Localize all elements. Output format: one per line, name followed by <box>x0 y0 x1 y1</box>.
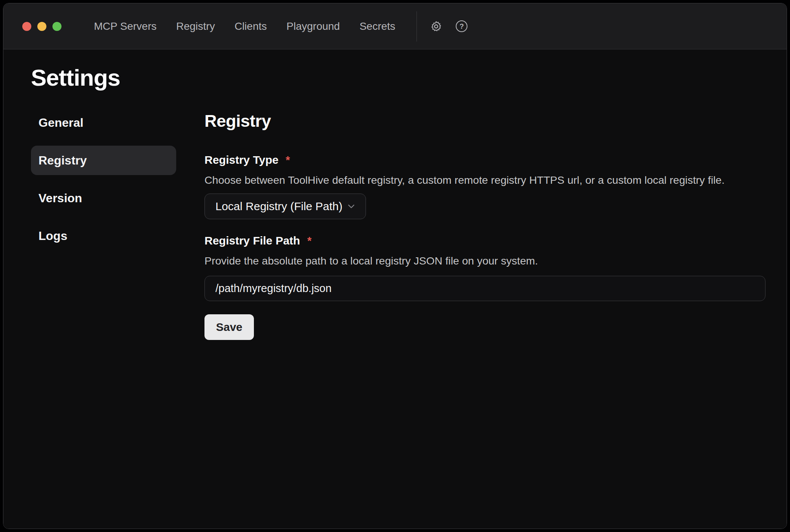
required-asterisk: * <box>286 154 290 166</box>
gear-icon <box>430 20 442 32</box>
nav-item-clients[interactable]: Clients <box>235 20 267 32</box>
sidebar-item-registry[interactable]: Registry <box>31 146 176 175</box>
page-title: Settings <box>31 64 787 91</box>
registry-type-description: Choose between ToolHive default registry… <box>204 174 765 186</box>
registry-settings-panel: Registry Registry Type * Choose between … <box>204 108 765 340</box>
registry-type-select[interactable]: Local Registry (File Path) <box>204 194 366 219</box>
sidebar-item-logs[interactable]: Logs <box>31 221 176 251</box>
settings-page: Settings General Registry Version Logs R… <box>3 49 787 529</box>
nav-item-mcp-servers[interactable]: MCP Servers <box>94 20 157 32</box>
registry-type-label: Registry Type <box>204 154 278 166</box>
nav-item-secrets[interactable]: Secrets <box>360 20 395 32</box>
top-navigation: MCP Servers Registry Clients Playground … <box>94 20 395 32</box>
titlebar-divider <box>417 11 417 42</box>
registry-file-path-input[interactable] <box>204 276 765 301</box>
app-window: MCP Servers Registry Clients Playground … <box>3 3 787 529</box>
registry-file-path-label: Registry File Path <box>204 234 300 247</box>
settings-sidebar: General Registry Version Logs <box>31 108 176 340</box>
help-button[interactable]: ? <box>455 20 468 33</box>
panel-heading: Registry <box>204 112 765 129</box>
close-window-button[interactable] <box>22 22 31 31</box>
chevron-down-icon <box>346 201 357 212</box>
settings-gear-button[interactable] <box>430 20 443 33</box>
sidebar-item-version[interactable]: Version <box>31 183 176 213</box>
nav-item-playground[interactable]: Playground <box>286 20 340 32</box>
sidebar-item-general[interactable]: General <box>31 108 176 137</box>
minimize-window-button[interactable] <box>37 22 46 31</box>
nav-item-registry[interactable]: Registry <box>176 20 215 32</box>
registry-type-label-row: Registry Type * <box>204 154 765 166</box>
registry-type-selected-value: Local Registry (File Path) <box>215 200 343 213</box>
required-asterisk: * <box>307 235 311 247</box>
titlebar: MCP Servers Registry Clients Playground … <box>3 3 787 49</box>
registry-file-path-description: Provide the absolute path to a local reg… <box>204 254 765 267</box>
traffic-lights <box>22 22 61 31</box>
zoom-window-button[interactable] <box>52 22 61 31</box>
help-icon: ? <box>460 22 464 31</box>
save-button[interactable]: Save <box>204 314 254 340</box>
registry-file-path-label-row: Registry File Path * <box>204 234 765 247</box>
